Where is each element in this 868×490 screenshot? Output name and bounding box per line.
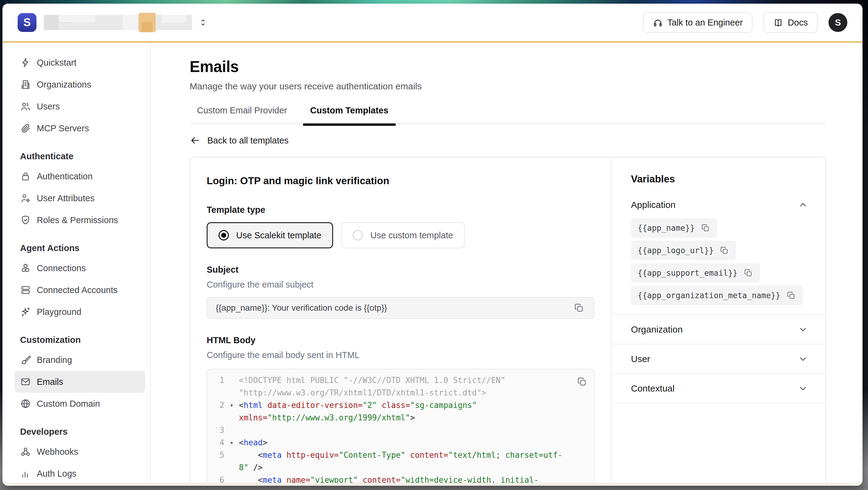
sidebar-item-organizations[interactable]: Organizations xyxy=(14,73,145,95)
code-line: 1<!DOCTYPE html PUBLIC "-//W3C//DTD XHTM… xyxy=(207,374,594,387)
radio-use-scalekit-template[interactable]: Use Scalekit template xyxy=(207,222,333,248)
sidebar-item-roles-permissions[interactable]: Roles & Permissions xyxy=(14,209,145,231)
template-type-label: Template type xyxy=(207,205,594,215)
variable-chip: {{app_name}} xyxy=(631,218,717,238)
sidebar-item-connected-accounts[interactable]: Connected Accounts xyxy=(14,279,145,301)
sidebar-item-webhooks[interactable]: Webhooks xyxy=(14,441,145,463)
user-avatar[interactable]: S xyxy=(829,13,847,32)
sidebar-item-user-attributes[interactable]: User Attributes xyxy=(14,187,145,209)
accordion-organization[interactable]: Organization xyxy=(612,315,826,344)
globe-icon xyxy=(20,398,31,409)
chip-copy-button[interactable] xyxy=(719,245,730,256)
sidebar-item-label: Organizations xyxy=(37,80,91,90)
screenshot-stage: S Talk to an Engineer xyxy=(0,0,868,490)
redaction-patch xyxy=(123,15,138,30)
code-line: 8" /> xyxy=(207,461,594,474)
html-body-editor[interactable]: 1<!DOCTYPE html PUBLIC "-//W3C//DTD XHTM… xyxy=(207,369,594,483)
sidebar-item-label: Quickstart xyxy=(37,58,76,68)
copy-icon xyxy=(744,268,753,278)
sidebar-item-label: Branding xyxy=(37,355,72,365)
variable-chip-text: {{app_organization_meta_name}} xyxy=(638,291,780,300)
sidebar-item-label: Users xyxy=(37,101,60,112)
subject-input[interactable]: {{app_name}}: Your verification code is … xyxy=(207,297,594,319)
sidebar: QuickstartOrganizationsUsersMCP ServersA… xyxy=(2,42,151,483)
variable-chip-text: {{app_logo_url}} xyxy=(638,246,714,255)
sidebar-item-authentication[interactable]: Authentication xyxy=(14,165,145,187)
talk-to-engineer-label: Talk to an Engineer xyxy=(668,18,743,28)
radio-use-custom-template[interactable]: Use custom template xyxy=(341,222,464,248)
accordion-application-label: Application xyxy=(631,200,676,210)
sidebar-item-emails[interactable]: Emails xyxy=(14,371,145,393)
template-form: Login: OTP and magic link verification T… xyxy=(190,157,612,483)
copy-icon xyxy=(577,377,587,387)
fold-spacer xyxy=(224,474,239,483)
chevron-up-icon xyxy=(798,200,808,210)
template-title: Login: OTP and magic link verification xyxy=(207,175,594,187)
code-line: 5 <meta http-equiv="Content-Type" conten… xyxy=(207,449,594,461)
accordion-application[interactable]: Application xyxy=(612,200,826,210)
sidebar-item-quickstart[interactable]: Quickstart xyxy=(14,52,145,73)
accordion-user[interactable]: User xyxy=(612,344,826,374)
sidebar-item-branding[interactable]: Branding xyxy=(14,349,145,371)
subject-value: {{app_name}}: Your verification code is … xyxy=(216,303,387,313)
users-icon xyxy=(20,101,31,112)
accordion-contextual[interactable]: Contextual xyxy=(612,374,826,403)
sidebar-section-agent-actions: Agent Actions xyxy=(2,231,150,257)
sidebar-item-label: MCP Servers xyxy=(37,123,89,133)
chip-copy-button[interactable] xyxy=(786,290,796,301)
avatar-letter: S xyxy=(835,17,841,28)
tab-custom-templates[interactable]: Custom Templates xyxy=(303,105,396,123)
line-gutter: 4▾ xyxy=(207,436,239,449)
variable-chip-text: {{app_support_email}} xyxy=(638,268,738,278)
code-line: 3 xyxy=(207,424,594,436)
sidebar-item-playground[interactable]: Playground xyxy=(14,301,145,323)
tab-label: Custom Email Provider xyxy=(197,105,287,115)
accordion-label: User xyxy=(631,354,650,364)
variables-panel: Variables Application {{app_name}}{{app_… xyxy=(612,157,826,483)
fold-arrow-icon[interactable]: ▾ xyxy=(224,436,239,449)
sidebar-item-auth-logs[interactable]: Auth Logs xyxy=(14,463,145,483)
sidebar-item-label: Playground xyxy=(37,307,82,317)
docs-button[interactable]: Docs xyxy=(764,12,817,33)
copy-icon xyxy=(720,246,729,255)
variable-chip-text: {{app_name}} xyxy=(638,223,695,233)
sidebar-item-label: Emails xyxy=(37,377,63,387)
talk-to-engineer-button[interactable]: Talk to an Engineer xyxy=(643,12,752,33)
sidebar-item-custom-domain[interactable]: Custom Domain xyxy=(14,393,145,415)
docs-label: Docs xyxy=(788,18,808,28)
sidebar-item-label: Connections xyxy=(37,263,86,273)
sidebar-item-connections[interactable]: Connections xyxy=(14,257,145,279)
editor-copy-button[interactable] xyxy=(576,375,588,388)
line-gutter xyxy=(207,387,239,399)
html-body-label: HTML Body xyxy=(207,335,594,345)
template-type-options: Use Scalekit templateUse custom template xyxy=(207,222,594,248)
unfold-more-icon xyxy=(198,18,208,27)
topbar-right: Talk to an Engineer Docs S xyxy=(643,12,847,33)
radio-label: Use custom template xyxy=(370,231,453,240)
redaction-patch xyxy=(162,15,186,23)
sidebar-section-customization: Customization xyxy=(2,323,150,349)
back-label: Back to all templates xyxy=(207,135,289,146)
subject-copy-button[interactable] xyxy=(572,302,585,314)
tab-custom-email-provider[interactable]: Custom Email Provider xyxy=(190,105,294,123)
variable-chip: {{app_logo_url}} xyxy=(631,241,736,260)
variable-chips: {{app_name}}{{app_logo_url}}{{app_suppor… xyxy=(612,210,826,305)
fold-spacer xyxy=(224,424,239,436)
accordion-label: Organization xyxy=(631,324,683,335)
back-to-templates-link[interactable]: Back to all templates xyxy=(190,135,289,146)
variable-chip: {{app_organization_meta_name}} xyxy=(631,286,803,305)
app-window: S Talk to an Engineer xyxy=(2,4,863,486)
org-name-redacted xyxy=(44,15,192,30)
sidebar-item-mcp-servers[interactable]: MCP Servers xyxy=(14,117,145,139)
chip-copy-button[interactable] xyxy=(700,223,711,233)
accordion-label: Contextual xyxy=(631,383,674,394)
paperclip-icon xyxy=(20,123,31,134)
html-body-description: Configure the email body sent in HTML xyxy=(207,350,594,360)
fold-arrow-icon[interactable]: ▾ xyxy=(224,399,239,411)
redaction-patch xyxy=(44,23,58,30)
chip-copy-button[interactable] xyxy=(743,268,753,278)
topbar-left: S xyxy=(18,13,208,32)
main-content: Emails Manage the way your users receive… xyxy=(151,42,863,483)
sidebar-item-users[interactable]: Users xyxy=(14,95,145,117)
org-switcher-button[interactable] xyxy=(198,18,208,27)
